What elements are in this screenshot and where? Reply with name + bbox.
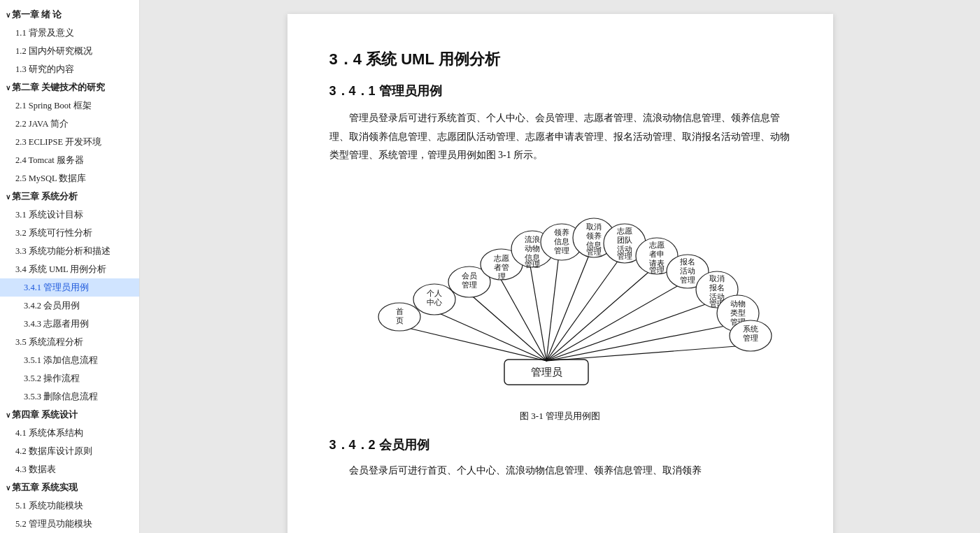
sidebar-item-5.2[interactable]: 5.2 管理员功能模块 [0,515,139,533]
sidebar-item-ch2[interactable]: ∨ 第二章 关键技术的研究 [0,78,139,97]
chevron-down-icon: ∨ [6,483,10,494]
svg-text:取消: 取消 [586,222,602,231]
svg-text:会员: 会员 [462,271,477,280]
sidebar-item-3.5.1[interactable]: 3.5.1 添加信息流程 [0,351,139,369]
sidebar-item-2.2[interactable]: 2.2 JAVA 简介 [0,115,139,133]
sidebar-item-3.3[interactable]: 3.3 系统功能分析和描述 [0,242,139,260]
svg-text:志愿: 志愿 [494,254,509,262]
svg-line-53 [546,302,711,361]
sidebar-item-3.5[interactable]: 3.5 系统流程分析 [0,333,139,351]
sidebar-label: 第一章 绪 论 [12,10,62,20]
sidebar-item-2.4[interactable]: 2.4 Tomcat 服务器 [0,151,139,169]
svg-text:领养: 领养 [554,228,569,236]
sidebar-label: 3.5.1 添加信息流程 [24,355,98,365]
sidebar-item-3.1[interactable]: 3.1 系统设计目标 [0,206,139,224]
sidebar-label: 3.5 系统流程分析 [15,337,83,347]
svg-text:活动: 活动 [680,266,695,275]
svg-text:流浪: 流浪 [525,235,540,243]
svg-line-64 [546,346,745,361]
sidebar-label: 1.3 研究的内容 [15,64,74,74]
sidebar-label: 1.1 背景及意义 [15,28,74,38]
svg-text:中心: 中心 [427,298,442,306]
body-text: 管理员登录后可进行系统首页、个人中心、会员管理、志愿者管理、流浪动物信息管理、领… [329,109,791,165]
sidebar-label: 2.3 ECLIPSE 开发环境 [15,137,101,147]
sidebar-item-3.4.1[interactable]: 3.4.1 管理员用例 [0,278,139,297]
sidebar-item-3.5.3[interactable]: 3.5.3 删除信息流程 [0,388,139,406]
sidebar-label: 2.5 MySQL 数据库 [15,173,86,183]
sidebar-item-3.4.2[interactable]: 3.4.2 会员用例 [0,297,139,315]
svg-text:管理: 管理 [462,280,477,289]
sidebar-item-ch3[interactable]: ∨ 第三章 系统分析 [0,187,139,206]
svg-line-42 [546,269,653,361]
svg-text:管理: 管理 [586,248,602,256]
sidebar-label: 3.4.1 管理员用例 [24,283,89,292]
chevron-down-icon: ∨ [6,192,10,203]
svg-text:报名: 报名 [679,257,695,266]
svg-text:动物: 动物 [730,299,746,308]
sidebar-label: 4.1 系统体系结构 [15,428,83,438]
sidebar-item-4.1[interactable]: 4.1 系统体系结构 [0,424,139,442]
svg-text:管理: 管理 [525,260,540,269]
svg-text:首: 首 [395,307,403,315]
svg-text:理: 理 [497,272,505,280]
document-page: 3．4 系统 UML 用例分析 3．4．1 管理员用例 管理员登录后可进行系统首… [287,14,833,533]
sidebar-label: 4.2 数据库设计原则 [15,446,92,456]
sidebar-item-3.5.2[interactable]: 3.5.2 操作流程 [0,369,139,388]
svg-line-10 [468,292,546,361]
sidebar-item-2.5[interactable]: 2.5 MySQL 数据库 [0,169,139,187]
section-title: 3．4 系统 UML 用例分析 [329,49,791,70]
svg-text:报名: 报名 [709,283,725,292]
sidebar-label: 3.4.2 会员用例 [24,301,80,311]
sidebar-item-1.1[interactable]: 1.1 背景及意义 [0,24,139,42]
svg-line-59 [546,325,732,361]
sidebar-label: 第三章 系统分析 [12,192,78,201]
sidebar-item-ch5[interactable]: ∨ 第五章 系统实现 [0,478,139,497]
svg-text:管理: 管理 [680,276,695,284]
sidebar-label: 5.1 系统功能模块 [15,501,83,511]
uml-diagram: 管理员 .uml-line { stroke: #111; stroke-wid… [336,179,784,403]
sidebar-label: 第五章 系统实现 [12,483,78,492]
sidebar-label: 3.5.2 操作流程 [24,374,80,383]
sidebar-item-5.1[interactable]: 5.1 系统功能模块 [0,497,139,515]
sidebar-item-ch1[interactable]: ∨ 第一章 绪 论 [0,6,139,24]
sidebar-item-3.2[interactable]: 3.2 系统可行性分析 [0,224,139,242]
sidebar-item-3.4.3[interactable]: 3.4.3 志愿者用例 [0,315,139,333]
sidebar-label: 3.2 系统可行性分析 [15,228,92,238]
svg-text:管理: 管理 [649,266,665,274]
sidebar-label: 第四章 系统设计 [12,410,78,420]
sidebar-item-3.4[interactable]: 3.4 系统 UML 用例分析 [0,260,139,278]
svg-text:系统: 系统 [743,325,758,333]
fig-caption: 图 3-1 管理员用例图 [520,410,600,422]
svg-text:团队: 团队 [617,236,632,244]
next-body-text: 会员登录后可进行首页、个人中心、流浪动物信息管理、领养信息管理、取消领养 [329,462,791,481]
chevron-down-icon: ∨ [6,410,10,421]
svg-text:类型: 类型 [730,308,746,317]
sidebar-item-4.3[interactable]: 4.3 数据表 [0,460,139,478]
sidebar-item-1.3[interactable]: 1.3 研究的内容 [0,60,139,78]
sidebar-item-2.1[interactable]: 2.1 Spring Boot 框架 [0,97,139,115]
sidebar-label: 4.3 数据表 [15,464,56,474]
svg-text:信息: 信息 [554,237,569,246]
sidebar-label: 3.4 系统 UML 用例分析 [15,264,106,274]
sidebar-label: 5.2 管理员功能模块 [15,519,92,529]
svg-text:管理: 管理 [617,252,632,260]
sidebar-item-1.2[interactable]: 1.2 国内外研究概况 [0,42,139,60]
sidebar-label: 2.2 JAVA 简介 [15,119,69,129]
svg-text:管理: 管理 [743,334,758,342]
svg-text:动物: 动物 [525,244,540,253]
svg-text:页: 页 [395,316,403,325]
svg-text:管理员: 管理员 [530,367,562,378]
sidebar-item-2.3[interactable]: 2.3 ECLIPSE 开发环境 [0,133,139,151]
sidebar-item-4.2[interactable]: 4.2 数据库设计原则 [0,442,139,460]
svg-line-48 [546,283,683,361]
svg-line-36 [546,257,620,361]
sidebar-item-ch4[interactable]: ∨ 第四章 系统设计 [0,406,139,424]
sidebar-label: 3.3 系统功能分析和描述 [15,246,111,256]
svg-line-6 [433,311,546,361]
svg-text:取消: 取消 [709,274,725,283]
chevron-down-icon: ∨ [6,83,10,94]
uml-diagram-container: 管理员 .uml-line { stroke: #111; stroke-wid… [329,179,791,422]
sidebar-label: 3.4.3 志愿者用例 [24,319,89,329]
chevron-down-icon: ∨ [6,10,10,21]
sidebar-label: 第二章 关键技术的研究 [12,83,105,92]
